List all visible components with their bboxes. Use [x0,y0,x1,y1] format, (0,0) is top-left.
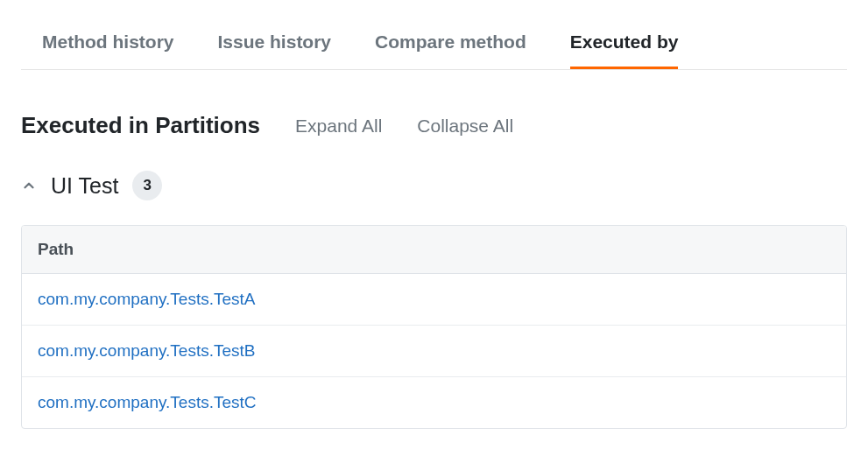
collapse-all-button[interactable]: Collapse All [417,116,513,137]
section-title: Executed in Partitions [21,112,260,139]
chevron-up-icon [21,178,37,193]
table-row: com.my.company.Tests.TestC [22,377,846,428]
tab-executed-by[interactable]: Executed by [570,21,679,69]
partition-toggle[interactable]: UI Test 3 [21,171,847,200]
partition-table: Path com.my.company.Tests.TestA com.my.c… [21,225,847,429]
tab-method-history[interactable]: Method history [42,21,174,69]
path-link[interactable]: com.my.company.Tests.TestB [38,341,255,360]
tab-bar: Method history Issue history Compare met… [21,21,847,70]
tab-issue-history[interactable]: Issue history [218,21,332,69]
table-header: Path [22,226,846,274]
path-link[interactable]: com.my.company.Tests.TestA [38,290,255,308]
partitions-section: Executed in Partitions Expand All Collap… [21,112,847,429]
table-row: com.my.company.Tests.TestB [22,326,846,377]
partition: UI Test 3 Path com.my.company.Tests.Test… [21,171,847,429]
path-link[interactable]: com.my.company.Tests.TestC [38,393,257,411]
column-path-header: Path [38,240,830,259]
partition-count-badge: 3 [132,171,162,200]
tab-compare-method[interactable]: Compare method [375,21,526,69]
expand-all-button[interactable]: Expand All [295,116,382,137]
table-row: com.my.company.Tests.TestA [22,274,846,326]
partition-name: UI Test [51,173,118,199]
section-header: Executed in Partitions Expand All Collap… [21,112,847,139]
